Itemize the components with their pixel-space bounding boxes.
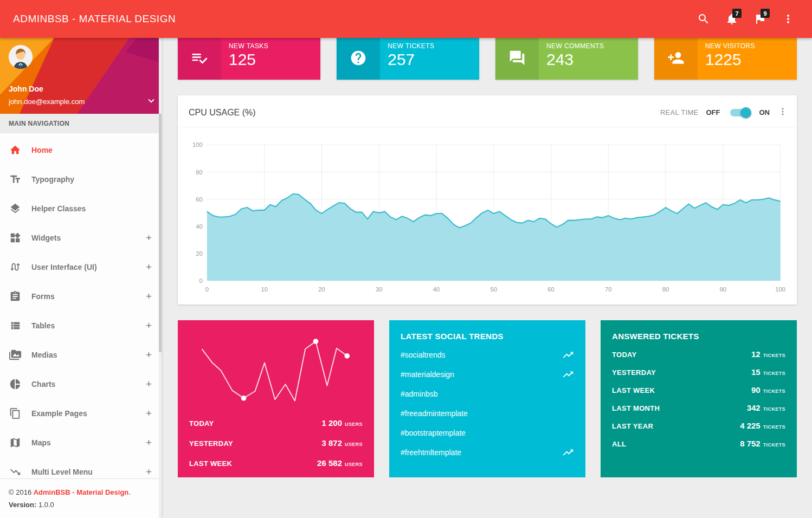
chevron-down-icon[interactable] (145, 95, 157, 108)
info-box-row: NEW TASKS125NEW TICKETS257NEW COMMENTS24… (178, 36, 797, 80)
svg-text:90: 90 (720, 286, 726, 293)
info-box-content: NEW TICKETS257 (380, 36, 442, 80)
avatar[interactable] (9, 45, 33, 69)
social-trends-card: LATEST SOCIAL TRENDS #socialtrends#mater… (389, 320, 585, 477)
swap-calls-icon (9, 261, 21, 273)
expand-plus-icon[interactable]: + (146, 290, 152, 302)
svg-text:20: 20 (318, 286, 325, 293)
trending-up-icon (562, 349, 574, 361)
trending-up-icon (562, 446, 574, 458)
trend-item-socialtrends: #socialtrends (401, 345, 574, 365)
stat-value: 90 (751, 385, 761, 394)
trend-tag: #freeadmintemplate (401, 409, 468, 418)
stat-unit: TICKETS (763, 371, 785, 376)
stat-label: LAST WEEK (189, 459, 232, 468)
bottom-card-row: TODAY1 200USERSYESTERDAY3 872USERSLAST W… (178, 320, 797, 477)
real-time-label: REAL TIME (660, 108, 699, 116)
stat-unit: TICKETS (763, 406, 785, 412)
stat-unit: USERS (345, 422, 363, 427)
sidebar-item-medias[interactable]: Medias+ (0, 340, 162, 370)
flag-icon[interactable]: 9 (749, 8, 771, 30)
sidebar-item-maps[interactable]: Maps+ (0, 428, 162, 457)
brand-link[interactable]: AdminBSB - Material Design (34, 488, 129, 496)
sidebar-item-label: Maps (31, 438, 51, 447)
real-time-toggle[interactable] (730, 109, 750, 116)
cpu-card-header: CPU USAGE (%) REAL TIME OFF ON (178, 95, 797, 127)
trend-tag: #adminbsb (401, 390, 438, 398)
svg-text:0: 0 (199, 277, 203, 284)
users-sparkline-chart (181, 328, 371, 411)
tickets-stats: TODAY12TICKETSYESTERDAY15TICKETSLAST WEE… (601, 345, 797, 452)
svg-text:20: 20 (196, 250, 202, 257)
svg-text:80: 80 (662, 286, 669, 293)
sidebar-item-label: Typography (31, 175, 74, 184)
sidebar-item-example-pages[interactable]: Example Pages+ (0, 399, 162, 428)
more-vert-icon[interactable] (777, 8, 799, 30)
user-info: John Doe john.doe@example.com (0, 38, 162, 114)
expand-plus-icon[interactable]: + (146, 349, 152, 361)
forum-icon (508, 49, 526, 67)
info-box-content: NEW TASKS125 (221, 36, 276, 80)
svg-text:70: 70 (605, 286, 611, 293)
trend-item-adminbsb: #adminbsb (401, 384, 574, 404)
sidebar-scrollbar-thumb[interactable] (159, 114, 162, 352)
svg-text:60: 60 (196, 196, 202, 203)
sidebar-item-label: Example Pages (31, 409, 87, 418)
stat-row-last-week: LAST WEEK90TICKETS (612, 381, 785, 399)
expand-plus-icon[interactable]: + (146, 232, 152, 244)
playlist-check-icon (178, 36, 221, 80)
expand-plus-icon[interactable]: + (146, 261, 152, 273)
sidebar-item-tables[interactable]: Tables+ (0, 311, 162, 340)
stat-value: 15 (751, 367, 761, 377)
sidebar-item-label: Tables (31, 321, 55, 330)
stat-value: 3 872 (321, 438, 342, 448)
stat-row-last-year: LAST YEAR4 225TICKETS (612, 417, 785, 435)
stat-unit: USERS (345, 462, 363, 467)
sidebar-item-forms[interactable]: Forms+ (0, 282, 162, 311)
stat-unit: TICKETS (763, 442, 785, 448)
info-box-new-visitors: NEW VISITORS1225 (654, 36, 797, 80)
expand-plus-icon[interactable]: + (146, 320, 152, 332)
widgets-icon (9, 232, 21, 244)
layers-icon (9, 203, 21, 215)
info-box-value: 1225 (705, 50, 755, 69)
expand-plus-icon[interactable]: + (146, 437, 152, 449)
user-email: john.doe@example.com (9, 98, 85, 106)
info-box-label: NEW TICKETS (388, 42, 434, 50)
svg-text:100: 100 (775, 286, 785, 293)
cpu-card-menu-icon[interactable] (777, 106, 788, 119)
sidebar-scrollbar[interactable] (159, 38, 162, 518)
notifications-icon[interactable]: 7 (721, 8, 743, 30)
svg-text:80: 80 (196, 169, 202, 176)
stat-row-yesterday: YESTERDAY3 872USERS (189, 433, 363, 453)
expand-plus-icon[interactable]: + (146, 466, 152, 478)
info-box-label: NEW TASKS (229, 42, 268, 50)
user-text: John Doe john.doe@example.com (9, 85, 157, 108)
sidebar-item-user-interface-ui[interactable]: User Interface (UI)+ (0, 252, 162, 282)
search-icon[interactable] (693, 8, 714, 30)
sidebar-item-multi-level-menu[interactable]: Multi Level Menu+ (0, 457, 162, 478)
forum-icon (495, 36, 539, 80)
stat-row-all: ALL8 752TICKETS (612, 435, 785, 452)
sidebar-item-helper-classes[interactable]: Helper Classes (0, 194, 162, 223)
sidebar-item-label: Charts (31, 380, 55, 388)
stat-label: LAST WEEK (612, 386, 655, 394)
info-box-new-comments: NEW COMMENTS243 (495, 36, 638, 80)
sidebar-item-home[interactable]: Home (0, 135, 162, 165)
info-box-label: NEW COMMENTS (546, 42, 604, 50)
stat-unit: USERS (345, 442, 363, 447)
expand-plus-icon[interactable]: + (146, 407, 152, 419)
trending-up-icon (562, 368, 574, 380)
svg-text:100: 100 (192, 141, 203, 148)
cpu-usage-card: CPU USAGE (%) REAL TIME OFF ON 010203040… (178, 95, 797, 305)
stat-label: LAST MONTH (612, 404, 660, 412)
map-icon (9, 437, 21, 449)
stat-value: 4 225 (740, 421, 761, 430)
sidebar-item-charts[interactable]: Charts+ (0, 370, 162, 399)
stat-row-last-month: LAST MONTH342TICKETS (612, 399, 785, 417)
sidebar-item-widgets[interactable]: Widgets+ (0, 223, 162, 252)
notifications-badge: 7 (732, 9, 742, 18)
sidebar-item-label: Helper Classes (31, 204, 86, 213)
expand-plus-icon[interactable]: + (146, 378, 152, 390)
sidebar-item-typography[interactable]: Typography (0, 165, 162, 194)
